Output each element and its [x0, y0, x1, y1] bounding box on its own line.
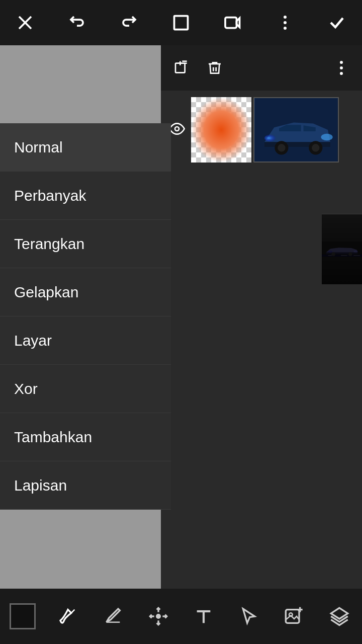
text-tool-button[interactable] [184, 596, 224, 636]
eraser-tool-button[interactable] [93, 596, 133, 636]
layers-button[interactable] [319, 596, 359, 636]
blend-gelapkan[interactable]: Gelapkan [0, 268, 171, 316]
layer-header [161, 45, 362, 91]
blend-normal[interactable]: Normal [0, 123, 171, 172]
svg-rect-16 [225, 18, 237, 28]
layer-more-button[interactable] [329, 55, 354, 80]
undo-button[interactable] [64, 10, 90, 36]
svg-point-30 [278, 144, 286, 152]
svg-marker-17 [237, 18, 240, 27]
bottom-toolbar [0, 589, 362, 644]
right-panel [161, 45, 362, 589]
layer-2-area[interactable] [322, 214, 362, 284]
crop-button[interactable] [168, 10, 194, 36]
color-swatch-button[interactable] [3, 596, 43, 636]
svg-point-34 [328, 251, 332, 253]
svg-point-25 [175, 127, 179, 131]
redo-button[interactable] [116, 10, 142, 36]
add-layer-button[interactable] [169, 55, 194, 80]
selection-tool-button[interactable] [229, 596, 269, 636]
svg-point-28 [321, 133, 332, 140]
delete-layer-button[interactable] [202, 55, 227, 80]
done-button[interactable] [324, 10, 350, 36]
blend-perbanyak[interactable]: Perbanyak [0, 172, 171, 220]
blend-tambahkan[interactable]: Tambahkan [0, 413, 171, 461]
svg-point-41 [348, 252, 352, 256]
svg-point-27 [264, 134, 279, 142]
svg-rect-15 [174, 16, 188, 30]
video-button[interactable] [220, 10, 246, 36]
close-button[interactable] [12, 10, 38, 36]
more-options-button[interactable] [272, 10, 298, 36]
brush-tool-button[interactable] [48, 596, 88, 636]
add-photo-button[interactable] [274, 596, 314, 636]
transform-tool-button[interactable] [138, 596, 178, 636]
color-swatch [10, 603, 36, 629]
blend-mode-dropdown: Normal Perbanyak Terangkan Gelapkan Laya… [0, 123, 171, 510]
svg-point-40 [331, 252, 335, 256]
blend-terangkan[interactable]: Terangkan [0, 220, 171, 268]
svg-rect-36 [322, 255, 362, 257]
layer-thumb-1[interactable] [191, 97, 251, 163]
blend-lapisan[interactable]: Lapisan [0, 461, 171, 510]
layer-thumbnails-row [161, 91, 362, 169]
layer-thumb-2[interactable] [253, 97, 339, 163]
svg-point-35 [353, 251, 357, 253]
blend-layar[interactable]: Layar [0, 316, 171, 365]
top-toolbar [0, 0, 362, 45]
blend-xor[interactable]: Xor [0, 365, 171, 413]
svg-point-44 [157, 615, 160, 618]
svg-point-32 [312, 144, 320, 152]
